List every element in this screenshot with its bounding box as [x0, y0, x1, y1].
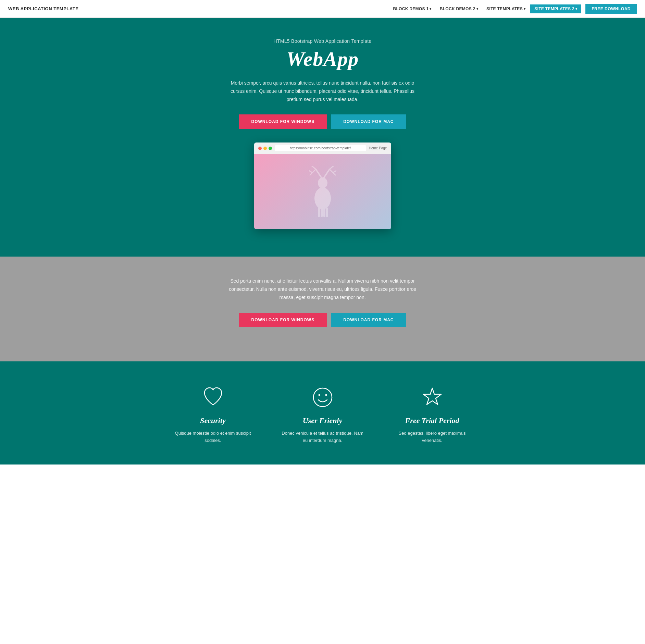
svg-line-3	[309, 171, 312, 173]
chevron-down-icon: ▾	[476, 7, 478, 11]
svg-point-16	[313, 388, 332, 407]
feature-user-friendly: User Frienly Donec vehicula et tellus ac…	[282, 385, 364, 444]
svg-line-8	[333, 171, 336, 173]
user-friendly-title: User Frienly	[303, 416, 343, 425]
svg-line-6	[330, 166, 334, 169]
gray-section: Sed porta enim nunc, at efficitur lectus…	[0, 257, 645, 361]
browser-content	[254, 154, 391, 229]
deer-icon	[302, 166, 343, 217]
nav-site-templates-2-active[interactable]: SITE TEMPLATES 2 ▾	[530, 4, 581, 13]
dot-yellow	[263, 147, 267, 150]
browser-url-bar: https://mobirise.com/bootstrap-template/	[275, 145, 366, 151]
free-trial-description: Sed egestas, libero eget maximus venenat…	[391, 430, 473, 444]
heart-icon	[201, 385, 225, 409]
hero-title: WebApp	[7, 47, 638, 71]
svg-marker-19	[423, 388, 441, 405]
feature-security: Security Quisque molestie odio et enim s…	[172, 385, 254, 444]
security-description: Quisque molestie odio et enim suscipit s…	[172, 430, 254, 444]
nav-block-demos-2[interactable]: BLOCK DEMOS 2 ▾	[436, 4, 482, 13]
svg-line-9	[333, 173, 336, 175]
svg-line-1	[312, 166, 316, 169]
free-download-button[interactable]: FREE DOWNLOAD	[585, 4, 637, 14]
chevron-down-icon: ▾	[575, 7, 577, 11]
browser-bar: https://mobirise.com/bootstrap-template/…	[254, 143, 391, 154]
hero-description: Morbi semper, arcu quis varius ultricies…	[227, 79, 419, 103]
gray-description: Sed porta enim nunc, at efficitur lectus…	[227, 277, 419, 301]
feature-free-trial: Free Trial Period Sed egestas, libero eg…	[391, 385, 473, 444]
star-icon	[420, 385, 444, 409]
hero-download-mac-button[interactable]: DOWNLOAD FOR MAC	[331, 114, 406, 129]
chevron-down-icon: ▾	[524, 7, 525, 11]
features-grid: Security Quisque molestie odio et enim s…	[169, 385, 477, 444]
svg-rect-15	[326, 208, 328, 217]
dot-red	[258, 147, 262, 150]
browser-dots	[258, 147, 272, 150]
svg-point-18	[325, 394, 327, 396]
svg-rect-13	[321, 208, 323, 217]
svg-point-11	[314, 187, 331, 209]
svg-rect-12	[318, 208, 320, 217]
features-section: Security Quisque molestie odio et enim s…	[0, 361, 645, 465]
svg-line-4	[310, 173, 312, 175]
navbar: WEB APPLICATION TEMPLATE BLOCK DEMOS 1 ▾…	[0, 0, 645, 18]
hero-btn-group: DOWNLOAD FOR WINDOWS DOWNLOAD FOR MAC	[7, 114, 638, 129]
dot-green	[269, 147, 272, 150]
gray-download-mac-button[interactable]: DOWNLOAD FOR MAC	[331, 313, 406, 327]
gray-btn-group: DOWNLOAD FOR WINDOWS DOWNLOAD FOR MAC	[7, 313, 638, 327]
gray-download-windows-button[interactable]: DOWNLOAD FOR WINDOWS	[239, 313, 327, 327]
security-title: Security	[200, 416, 226, 425]
browser-mockup: https://mobirise.com/bootstrap-template/…	[254, 143, 391, 229]
hero-section: HTML5 Bootstrap Web Application Template…	[0, 18, 645, 257]
svg-point-10	[318, 177, 327, 188]
hero-download-windows-button[interactable]: DOWNLOAD FOR WINDOWS	[239, 114, 327, 129]
svg-point-17	[318, 394, 320, 396]
chevron-down-icon: ▾	[430, 7, 431, 11]
nav-site-templates[interactable]: SITE TEMPLATES ▾	[483, 4, 529, 13]
browser-home-label: Home Page	[369, 146, 387, 150]
nav-links: BLOCK DEMOS 1 ▾ BLOCK DEMOS 2 ▾ SITE TEM…	[390, 4, 637, 14]
svg-line-2	[312, 169, 316, 173]
brand-logo: WEB APPLICATION TEMPLATE	[8, 6, 78, 11]
svg-line-7	[330, 169, 333, 173]
nav-block-demos-1[interactable]: BLOCK DEMOS 1 ▾	[390, 4, 435, 13]
svg-rect-14	[323, 208, 325, 217]
free-trial-title: Free Trial Period	[405, 416, 459, 425]
smiley-icon	[311, 385, 335, 409]
hero-subtitle: HTML5 Bootstrap Web Application Template	[7, 38, 638, 44]
user-friendly-description: Donec vehicula et tellus ac tristique. N…	[282, 430, 364, 444]
